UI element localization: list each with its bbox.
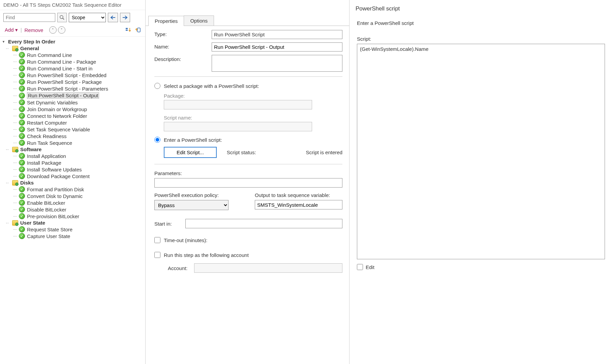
tree-item-label: Run Command Line - Package xyxy=(27,59,96,65)
script-label: Script: xyxy=(354,36,605,44)
check-icon: ✓ xyxy=(19,93,25,99)
edit-checkbox[interactable] xyxy=(357,264,363,270)
tree-item[interactable]: ✓Install Package xyxy=(2,159,145,166)
check-icon: ✓ xyxy=(19,213,25,219)
window-title: DEMO - All TS Steps CM2002 Task Sequence… xyxy=(0,0,145,10)
tree-group[interactable]: General xyxy=(2,45,145,52)
name-label: Name: xyxy=(154,42,212,49)
tab-options[interactable]: Options xyxy=(184,15,214,26)
tree-item[interactable]: ✓Run PowerShell Script - Output xyxy=(2,92,145,99)
tree-item[interactable]: ✓Check Readiness xyxy=(2,133,145,139)
tree-item[interactable]: ✓Run Command Line - Package xyxy=(2,58,145,65)
tree-item[interactable]: ✓Join Domain or Workgroup xyxy=(2,106,145,112)
tree-item[interactable]: ✓Download Package Content xyxy=(2,173,145,179)
tree-item[interactable]: ✓Restart Computer xyxy=(2,119,145,126)
radio-select-package[interactable] xyxy=(154,83,160,89)
tree-item[interactable]: ✓Request State Store xyxy=(2,226,145,233)
script-textarea[interactable]: (Get-WinSystemLocale).Name xyxy=(357,44,605,259)
search-icon[interactable] xyxy=(57,13,67,22)
add-button[interactable]: Add ▾ xyxy=(3,26,19,34)
find-input[interactable] xyxy=(3,13,55,22)
script-status-label: Script status: xyxy=(227,150,256,155)
tree-item-label: Disable BitLocker xyxy=(27,207,66,212)
tree-item-label: Run PowerShell Script - Output xyxy=(27,92,99,99)
move-up-icon[interactable]: ˄ xyxy=(49,26,57,34)
check-icon: ✓ xyxy=(19,226,25,232)
tree-item[interactable]: ✓Pre-provision BitLocker xyxy=(2,213,145,220)
tree-item-label: Install Package xyxy=(27,160,61,166)
name-input[interactable] xyxy=(212,42,342,52)
package-label: Package: xyxy=(164,93,342,99)
scriptname-input xyxy=(164,122,312,131)
type-label: Type: xyxy=(154,30,212,37)
tree-root-heading[interactable]: Every Step In Order xyxy=(2,38,145,45)
folder-icon xyxy=(12,46,18,51)
tree-item[interactable]: ✓Connect to Network Folder xyxy=(2,112,145,119)
package-input xyxy=(164,100,312,109)
tree-item-label: Format and Partition Disk xyxy=(27,187,84,192)
scope-select[interactable]: Scope xyxy=(69,13,106,22)
tree-item[interactable]: ✓Format and Partition Disk xyxy=(2,186,145,193)
check-icon: ✓ xyxy=(19,200,25,206)
check-icon: ✓ xyxy=(19,72,25,78)
tree-item-label: Capture User State xyxy=(27,233,70,239)
output-var-input[interactable] xyxy=(255,200,342,209)
tool-icon-1[interactable] xyxy=(124,26,132,34)
runas-checkbox[interactable] xyxy=(154,252,160,258)
tree-item-label: Pre-provision BitLocker xyxy=(27,213,79,219)
tree-item[interactable]: ✓Run Task Sequence xyxy=(2,139,145,146)
parameters-label: Parameters: xyxy=(154,170,342,176)
radio-select-package-label: Select a package with a PowerShell scrip… xyxy=(164,83,259,89)
tree-item[interactable]: ✓Run Command Line - Start in xyxy=(2,65,145,72)
account-label: Account: xyxy=(168,265,187,271)
tree-item-label: Check Readiness xyxy=(27,133,67,139)
svg-rect-3 xyxy=(126,30,128,31)
next-button[interactable] xyxy=(120,13,130,22)
tree-group[interactable]: Software xyxy=(2,146,145,153)
move-down-icon[interactable]: ˅ xyxy=(58,26,65,34)
tab-properties[interactable]: Properties xyxy=(148,16,184,26)
prev-button[interactable] xyxy=(108,13,118,22)
tree-item[interactable]: ✓Set Dynamic Variables xyxy=(2,99,145,106)
tree-item-label: Join Domain or Workgroup xyxy=(27,106,87,112)
description-input[interactable] xyxy=(212,55,342,72)
tree-item-label: Enable BitLocker xyxy=(27,200,65,206)
check-icon: ✓ xyxy=(19,113,25,119)
tree-item[interactable]: ✓Convert Disk to Dynamic xyxy=(2,193,145,199)
right-panel-title: PowerShell script xyxy=(354,3,605,19)
timeout-checkbox[interactable] xyxy=(154,237,160,243)
tree-item[interactable]: ✓Install Software Updates xyxy=(2,166,145,173)
tree-group-label: Disks xyxy=(20,180,34,186)
tree-item[interactable]: ✓Run PowerShell Script - Embedded xyxy=(2,72,145,78)
type-value: Run PowerShell Script xyxy=(212,30,342,39)
folder-icon xyxy=(12,180,18,186)
svg-rect-2 xyxy=(126,28,128,29)
parameters-input[interactable] xyxy=(154,178,342,188)
edit-script-button[interactable]: Edit Script... xyxy=(164,147,217,158)
tree-item-label: Run Command Line - Start in xyxy=(27,66,92,71)
exec-policy-select[interactable]: Bypass xyxy=(154,200,229,210)
folder-icon xyxy=(12,147,18,152)
tree-group[interactable]: Disks xyxy=(2,179,145,186)
tree-item[interactable]: ✓Disable BitLocker xyxy=(2,206,145,213)
tree-item-label: Run PowerShell Script - Package xyxy=(27,79,102,85)
tree-item[interactable]: ✓Run PowerShell Script - Parameters xyxy=(2,85,145,92)
radio-enter-script[interactable] xyxy=(154,137,160,143)
tree-item[interactable]: ✓Run Command Line xyxy=(2,52,145,58)
check-icon: ✓ xyxy=(19,106,25,112)
tree-item[interactable]: ✓Run PowerShell Script - Package xyxy=(2,78,145,85)
tree-item[interactable]: ✓Install Application xyxy=(2,153,145,159)
tree-group[interactable]: User State xyxy=(2,220,145,226)
startin-input[interactable] xyxy=(185,219,342,228)
check-icon: ✓ xyxy=(19,65,25,71)
tree-item[interactable]: ✓Capture User State xyxy=(2,233,145,239)
tool-icon-2[interactable] xyxy=(134,26,142,34)
tree-item-label: Run PowerShell Script - Embedded xyxy=(27,72,106,78)
svg-point-0 xyxy=(60,15,63,19)
remove-button[interactable]: Remove xyxy=(23,27,45,34)
tree-item[interactable]: ✓Enable BitLocker xyxy=(2,199,145,206)
check-icon: ✓ xyxy=(19,86,25,92)
tree-item-label: Install Application xyxy=(27,153,66,159)
tree-item[interactable]: ✓Set Task Sequence Variable xyxy=(2,126,145,133)
svg-line-1 xyxy=(63,18,64,20)
